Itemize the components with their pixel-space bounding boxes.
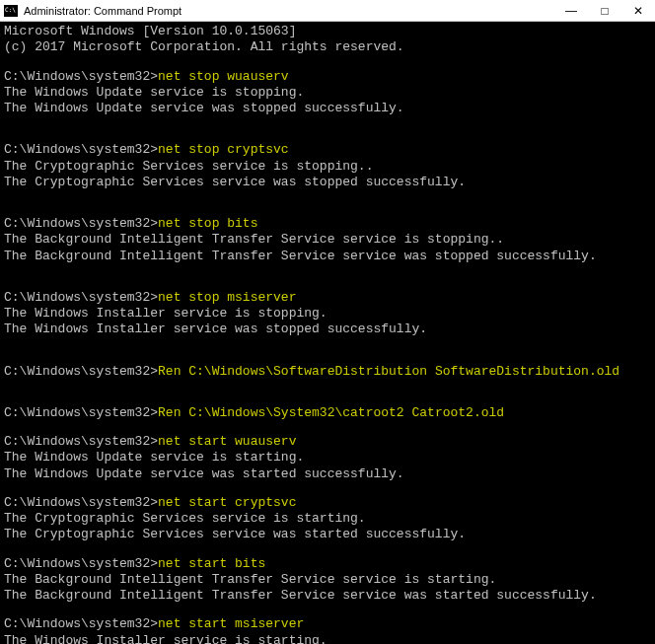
output-line: The Windows Installer service is startin… bbox=[4, 633, 651, 645]
prompt-line: C:\Windows\system32>net stop bits bbox=[4, 216, 651, 232]
prompt-path: C:\Windows\system32> bbox=[4, 216, 158, 231]
prompt-path: C:\Windows\system32> bbox=[4, 69, 158, 84]
output-line: The Background Intelligent Transfer Serv… bbox=[4, 588, 651, 604]
blank-line bbox=[4, 190, 651, 203]
header-line: Microsoft Windows [Version 10.0.15063] bbox=[4, 24, 651, 39]
blank-line bbox=[4, 116, 651, 129]
blank-line bbox=[4, 351, 651, 364]
maximize-button[interactable]: □ bbox=[588, 0, 621, 21]
prompt-path: C:\Windows\system32> bbox=[4, 405, 158, 420]
command-text: net stop wuauserv bbox=[158, 69, 289, 84]
window-titlebar: Administrator: Command Prompt — □ ✕ bbox=[0, 0, 655, 22]
output-line: The Windows Update service was stopped s… bbox=[4, 101, 651, 116]
blank-line bbox=[4, 129, 651, 142]
command-text: net start cryptsvc bbox=[158, 495, 296, 510]
blank-line bbox=[4, 543, 651, 556]
prompt-line: C:\Windows\system32>net stop wuauserv bbox=[4, 69, 651, 85]
prompt-path: C:\Windows\system32> bbox=[4, 142, 158, 157]
output-line: The Cryptographic Services service was s… bbox=[4, 527, 651, 542]
output-line: The Cryptographic Services service is st… bbox=[4, 511, 651, 527]
terminal-area[interactable]: Microsoft Windows [Version 10.0.15063](c… bbox=[0, 22, 655, 644]
command-text: net start msiserver bbox=[158, 616, 304, 631]
blank-line bbox=[4, 56, 651, 69]
blank-line bbox=[4, 380, 651, 393]
output-line: The Windows Installer service was stoppe… bbox=[4, 322, 651, 337]
prompt-line: C:\Windows\system32>net start msiserver bbox=[4, 616, 651, 632]
prompt-line: C:\Windows\system32>net start bits bbox=[4, 556, 651, 572]
cmd-icon bbox=[4, 5, 18, 17]
output-line: The Windows Update service is starting. bbox=[4, 450, 651, 465]
minimize-button[interactable]: — bbox=[554, 0, 588, 21]
prompt-line: C:\Windows\system32>net start wuauserv bbox=[4, 434, 651, 450]
blank-line bbox=[4, 393, 651, 405]
blank-line bbox=[4, 277, 651, 290]
prompt-path: C:\Windows\system32> bbox=[4, 364, 158, 379]
blank-line bbox=[4, 604, 651, 616]
output-line: The Windows Update service is stopping. bbox=[4, 85, 651, 101]
header-line: (c) 2017 Microsoft Corporation. All righ… bbox=[4, 39, 651, 55]
window-title: Administrator: Command Prompt bbox=[24, 5, 182, 17]
prompt-line: C:\Windows\system32>net stop msiserver bbox=[4, 290, 651, 306]
blank-line bbox=[4, 421, 651, 434]
prompt-line: C:\Windows\system32>Ren C:\Windows\Syste… bbox=[4, 405, 651, 421]
output-line: The Windows Update service was started s… bbox=[4, 466, 651, 482]
command-text: net stop cryptsvc bbox=[158, 142, 289, 157]
output-line: The Cryptographic Services service was s… bbox=[4, 175, 651, 190]
command-text: Ren C:\Windows\System32\catroot2 Catroot… bbox=[158, 405, 504, 420]
command-text: Ren C:\Windows\SoftwareDistribution Soft… bbox=[158, 364, 619, 379]
output-line: The Background Intelligent Transfer Serv… bbox=[4, 249, 651, 264]
command-text: net stop msiserver bbox=[158, 290, 296, 305]
output-line: The Windows Installer service is stoppin… bbox=[4, 306, 651, 322]
blank-line bbox=[4, 338, 651, 351]
blank-line bbox=[4, 482, 651, 495]
command-text: net start wuauserv bbox=[158, 434, 296, 449]
prompt-line: C:\Windows\system32>net stop cryptsvc bbox=[4, 142, 651, 158]
output-line: The Background Intelligent Transfer Serv… bbox=[4, 572, 651, 588]
prompt-line: C:\Windows\system32>Ren C:\Windows\Softw… bbox=[4, 364, 651, 380]
command-text: net stop bits bbox=[158, 216, 257, 231]
prompt-path: C:\Windows\system32> bbox=[4, 290, 158, 305]
blank-line bbox=[4, 203, 651, 216]
titlebar-left: Administrator: Command Prompt bbox=[4, 5, 182, 17]
prompt-path: C:\Windows\system32> bbox=[4, 495, 158, 510]
prompt-path: C:\Windows\system32> bbox=[4, 616, 158, 631]
output-line: The Background Intelligent Transfer Serv… bbox=[4, 232, 651, 248]
command-text: net start bits bbox=[158, 556, 265, 571]
close-button[interactable]: ✕ bbox=[621, 0, 655, 21]
prompt-path: C:\Windows\system32> bbox=[4, 556, 158, 571]
prompt-path: C:\Windows\system32> bbox=[4, 434, 158, 449]
output-line: The Cryptographic Services service is st… bbox=[4, 159, 651, 175]
titlebar-controls: — □ ✕ bbox=[554, 0, 655, 21]
blank-line bbox=[4, 264, 651, 277]
prompt-line: C:\Windows\system32>net start cryptsvc bbox=[4, 495, 651, 511]
